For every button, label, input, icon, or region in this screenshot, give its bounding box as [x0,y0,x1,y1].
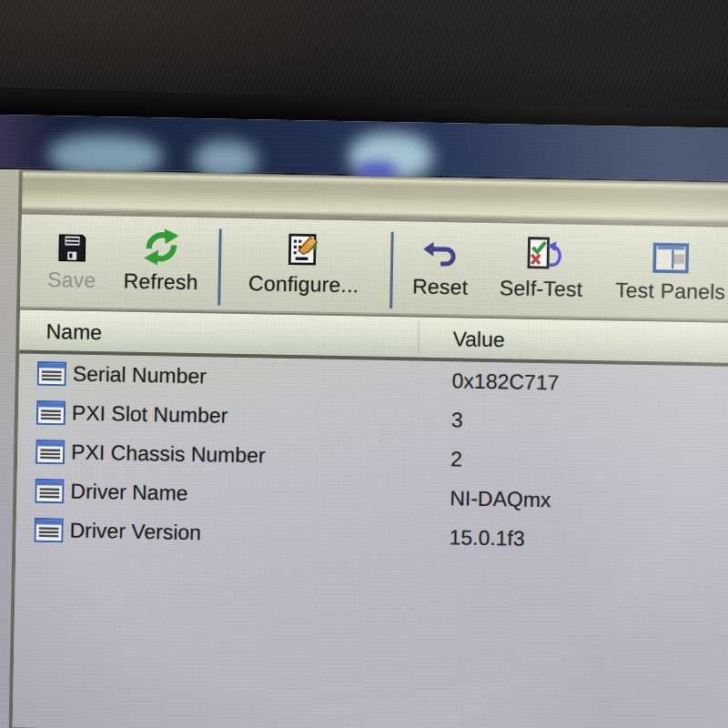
attribute-name: PXI Chassis Number [71,440,266,469]
configure-button-label: Configure... [230,271,376,298]
self-test-check-icon [486,230,598,274]
attribute-name: Serial Number [73,362,207,389]
attribute-list-icon [36,400,66,426]
self-test-button-label: Self-Test [485,276,596,302]
attribute-value: 2 [450,447,462,471]
attribute-name: PXI Slot Number [72,401,228,429]
attribute-name: Driver Version [69,519,201,546]
refresh-button-label: Refresh [115,268,206,295]
save-button-label: Save [35,268,107,293]
attribute-value: NI-DAQmx [450,486,551,512]
refresh-button[interactable]: Refresh [115,223,207,308]
reset-button[interactable]: Reset [399,228,482,314]
configure-hand-icon [231,226,378,270]
attribute-list-icon [35,440,65,465]
test-panels-button[interactable]: Test Panels [588,232,728,318]
test-panels-window-icon [589,232,728,277]
save-floppy-icon [35,222,109,265]
toolbar-separator [217,229,222,306]
attribute-value: 3 [451,408,463,432]
save-button[interactable]: Save [35,222,109,307]
attribute-name: Driver Name [70,480,188,506]
column-divider[interactable] [418,321,420,354]
attribute-list-icon [37,361,66,387]
screen: Save Refresh [0,115,728,728]
column-header-name[interactable]: Name [46,319,102,345]
attribute-list-icon [35,479,64,504]
attribute-value: 15.0.1f3 [449,525,525,551]
attribute-value: 0x182C717 [451,369,559,395]
attribute-table: Serial Number 0x182C717 PXI Slot Number … [13,354,728,728]
refresh-arrows-icon [116,223,207,267]
device-attributes-panel: Save Refresh [12,212,728,728]
column-header-value[interactable]: Value [452,327,505,352]
reset-undo-arrow-icon [399,228,482,272]
toolbar-separator [389,232,394,308]
self-test-button[interactable]: Self-Test [485,230,598,316]
reset-button-label: Reset [399,274,480,300]
attribute-list-icon [34,518,63,543]
test-panels-button-label: Test Panels [588,278,728,305]
toolbar: Save Refresh [20,212,728,322]
configure-button[interactable]: Configure... [230,226,378,312]
